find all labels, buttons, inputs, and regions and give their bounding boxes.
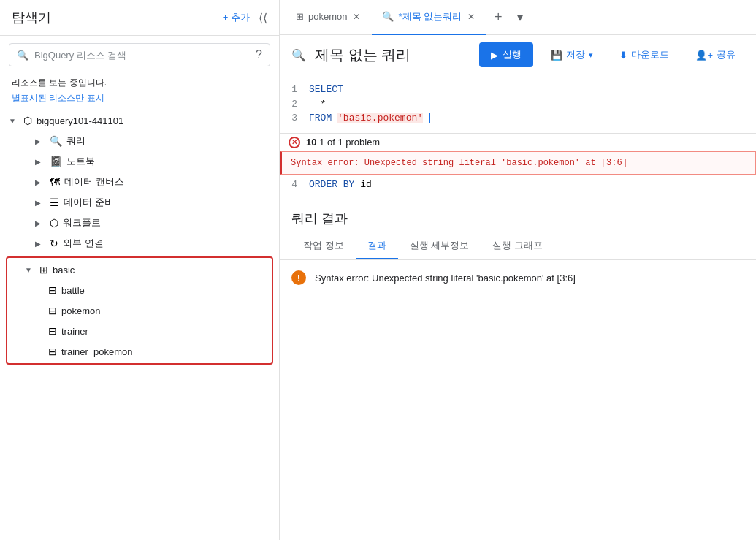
- star-button-dataset[interactable]: ☆: [237, 263, 250, 276]
- error-row: ! Syntax error: Unexpected string litera…: [280, 260, 756, 295]
- header-actions: + 추가 ⟨⟨: [223, 11, 267, 25]
- table-label-trainer-pokemon: trainer_pokemon: [61, 346, 237, 357]
- item-arrow: ▶: [35, 137, 50, 145]
- star-button-pokemon[interactable]: ☆: [237, 304, 250, 317]
- more-button-notebook[interactable]: ⋮: [260, 155, 273, 168]
- project-item[interactable]: ▼ ⬡ bigquery101-441101 ☆ ⋮: [0, 110, 279, 131]
- tree-item-notebook[interactable]: ▶ 📓 노트북 ⋮: [0, 151, 279, 172]
- tab-menu-button[interactable]: ▾: [510, 7, 530, 28]
- show-starred-link[interactable]: 별표시된 리소스만 표시: [0, 91, 279, 110]
- error-message-text: Syntax error: Unexpected string literal …: [291, 158, 627, 168]
- dataset-box: ▼ ⊞ basic ☆ ⋮ ⊟ battle ☆ ⋮ ⊟ pok: [6, 256, 273, 365]
- collapse-button[interactable]: ⟨⟨: [259, 11, 267, 25]
- more-button-workflow[interactable]: ⋮: [260, 216, 273, 229]
- table-icon: ⊟: [48, 305, 57, 316]
- error-indicator: ✕ 10 10 1 of 1 problem1 of 1 problem: [280, 133, 756, 151]
- tab-untitled-close[interactable]: ✕: [466, 10, 476, 23]
- error-circle-icon: ✕: [289, 137, 300, 148]
- project-label: bigquery101-441101: [37, 115, 245, 126]
- error-message-box: Syntax error: Unexpected string literal …: [280, 151, 756, 175]
- tab-untitled[interactable]: 🔍 *제목 없는쿼리 ✕: [372, 0, 486, 35]
- share-button[interactable]: 👤+ 공유: [687, 43, 744, 66]
- more-button-trainer-pokemon[interactable]: ⋮: [253, 345, 266, 358]
- star-button-battle[interactable]: ☆: [237, 284, 250, 297]
- table-label-pokemon: pokemon: [61, 305, 237, 316]
- error-row-text: Syntax error: Unexpected string literal …: [315, 273, 576, 284]
- tab-pokemon-label: pokemon: [308, 11, 347, 22]
- item-label-canvas: 데이터 캔버스: [64, 175, 260, 189]
- star-button[interactable]: ☆: [245, 114, 257, 127]
- save-chevron: ▾: [589, 50, 593, 60]
- dataset-arrow: ▼: [25, 266, 39, 274]
- table-label-trainer: trainer: [61, 326, 237, 337]
- run-button[interactable]: ▶ 실행: [479, 42, 533, 67]
- tree-item-workflow[interactable]: ▶ ⬡ 워크플로 ⋮: [0, 213, 279, 233]
- explorer-title: 탐색기: [12, 9, 51, 26]
- download-button[interactable]: ⬇ 다운로드: [611, 43, 678, 66]
- tree-item-canvas[interactable]: ▶ 🗺 데이터 캔버스 ⋮: [0, 172, 279, 192]
- result-tab-results[interactable]: 결과: [356, 233, 398, 259]
- result-tab-execution-details[interactable]: 실행 세부정보: [398, 233, 481, 259]
- item-label-prep: 데이터 준비: [64, 196, 260, 209]
- table-item-battle[interactable]: ⊟ battle ☆ ⋮: [7, 280, 272, 300]
- download-label: 다운로드: [631, 48, 669, 61]
- line-code-3: FROM 'basic.pokemon': [309, 111, 756, 126]
- table-icon: ⊟: [48, 346, 57, 357]
- tree-item-prep[interactable]: ▶ ☰ 데이터 준비 ⋮: [0, 192, 279, 213]
- more-button-dataset[interactable]: ⋮: [253, 263, 266, 276]
- query-header-icon: 🔍: [291, 48, 306, 62]
- query-icon: 🔍: [50, 135, 62, 147]
- table-item-trainer[interactable]: ⊟ trainer ☆ ⋮: [7, 321, 272, 341]
- tree-section: ▼ ⬡ bigquery101-441101 ☆ ⋮ ▶ 🔍 쿼리 ⋮ ▶ 📓 …: [0, 110, 279, 373]
- more-button-canvas[interactable]: ⋮: [260, 175, 273, 189]
- editor-line-1: 1 SELECT: [280, 83, 756, 97]
- resource-info: 리소스를 보는 중입니다.: [0, 74, 279, 91]
- result-tab-job-info[interactable]: 작업 정보: [291, 233, 356, 259]
- help-icon[interactable]: ?: [256, 48, 262, 61]
- more-button-prep[interactable]: ⋮: [260, 196, 273, 209]
- search-input[interactable]: [34, 50, 250, 61]
- more-button-battle[interactable]: ⋮: [253, 284, 266, 297]
- result-tab-execution-graph[interactable]: 실행 그래프: [481, 233, 554, 259]
- more-button-trainer[interactable]: ⋮: [253, 324, 266, 338]
- save-button[interactable]: 💾 저장 ▾: [542, 43, 602, 66]
- item-arrow: ▶: [35, 158, 50, 166]
- item-arrow: ▶: [35, 178, 50, 186]
- line-code-2: *: [309, 97, 756, 112]
- star-button-trainer-pokemon[interactable]: ☆: [237, 345, 250, 358]
- share-icon: 👤+: [695, 50, 713, 61]
- item-label-workflow: 워크플로: [63, 216, 260, 229]
- save-label: 저장: [566, 48, 585, 61]
- download-icon: ⬇: [619, 50, 627, 61]
- item-arrow: ▶: [35, 240, 50, 248]
- line-num-2: 2: [280, 97, 309, 112]
- tab-add-button[interactable]: +: [486, 6, 510, 29]
- tab-pokemon[interactable]: ⊞ pokemon ✕: [286, 0, 372, 35]
- more-button[interactable]: ⋮: [260, 114, 273, 127]
- table-item-trainer-pokemon[interactable]: ⊟ trainer_pokemon ☆ ⋮: [7, 341, 272, 362]
- line-num-1: 1: [280, 83, 309, 97]
- editor-area[interactable]: 1 SELECT 2 * 3 FROM 'basic.pokemon' ✕ 10…: [280, 75, 756, 199]
- table-item-pokemon[interactable]: ⊟ pokemon ☆ ⋮: [7, 300, 272, 321]
- right-panel: ⊞ pokemon ✕ 🔍 *제목 없는쿼리 ✕ + ▾ 🔍 제목 없는 쿼리 …: [280, 0, 756, 540]
- add-button[interactable]: + 추가: [223, 11, 250, 24]
- more-button-query[interactable]: ⋮: [260, 134, 273, 148]
- tree-item-query[interactable]: ▶ 🔍 쿼리 ⋮: [0, 131, 279, 151]
- tab-pokemon-close[interactable]: ✕: [351, 10, 362, 23]
- tab-bar: ⊞ pokemon ✕ 🔍 *제목 없는쿼리 ✕ + ▾: [280, 0, 756, 35]
- more-button-pokemon[interactable]: ⋮: [253, 304, 266, 317]
- line-code-1: SELECT: [309, 83, 756, 97]
- share-label: 공유: [717, 48, 736, 61]
- results-title: 쿼리 결과: [280, 199, 756, 233]
- run-label: 실행: [503, 48, 522, 61]
- table-icon: ⊟: [48, 325, 57, 337]
- run-icon: ▶: [491, 50, 498, 61]
- more-button-external[interactable]: ⋮: [260, 237, 273, 250]
- expand-arrow: ▼: [9, 117, 23, 125]
- tree-item-external[interactable]: ▶ ↻ 외부 연결 ⋮: [0, 233, 279, 254]
- query-header: 🔍 제목 없는 쿼리 ▶ 실행 💾 저장 ▾ ⬇ 다운로드 👤+ 공유: [280, 35, 756, 75]
- dataset-item[interactable]: ▼ ⊞ basic ☆ ⋮: [7, 259, 272, 280]
- dataset-icon: ⊞: [39, 264, 48, 275]
- editor-line-2: 2 *: [280, 97, 756, 112]
- star-button-trainer[interactable]: ☆: [237, 324, 250, 338]
